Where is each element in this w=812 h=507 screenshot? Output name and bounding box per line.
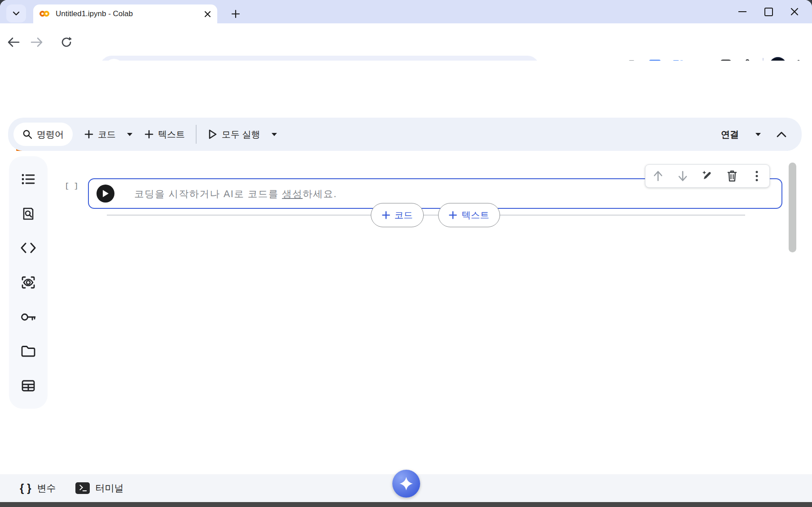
sidebar-item-table[interactable] [18, 375, 39, 396]
sidebar-item-secrets[interactable] [18, 307, 39, 327]
plus-icon [145, 130, 154, 139]
cell-toolbar [645, 164, 770, 188]
search-icon [22, 129, 32, 139]
delete-cell-button[interactable] [723, 167, 741, 185]
plus-icon [231, 9, 240, 18]
cell-menu-button[interactable] [748, 167, 766, 185]
add-text-cell-label: 텍스트 [461, 209, 489, 221]
bottom-bar: { } 변수 터미널 [0, 474, 812, 502]
doc-search-icon [22, 207, 35, 220]
left-sidebar [9, 156, 48, 409]
arrow-down-icon [678, 171, 688, 181]
code-icon [21, 242, 36, 253]
tab-close-button[interactable] [204, 11, 211, 18]
close-button[interactable] [781, 2, 808, 22]
arrow-up-icon [653, 171, 663, 181]
plus-icon [382, 211, 390, 219]
add-text-label: 텍스트 [158, 128, 185, 141]
window-controls [729, 0, 808, 23]
tab-strip: Untitled1.ipynb - Colab [0, 0, 812, 23]
terminal-icon [75, 482, 90, 494]
ai-edit-cell-button[interactable] [698, 167, 716, 185]
sidebar-item-scan-eye[interactable] [18, 272, 39, 293]
move-cell-down-button[interactable] [674, 167, 692, 185]
colab-toolbar: 명령어 코드 텍스트 모두 실행 연결 [8, 118, 802, 151]
taskbar-sliver [0, 502, 812, 507]
plus-icon [84, 130, 93, 139]
play-icon [102, 190, 109, 198]
browser-navbar: colab.research.google.com/drive/1mcttLU4… [0, 23, 812, 61]
run-all-label: 모두 실행 [222, 128, 260, 141]
new-tab-button[interactable] [227, 5, 244, 22]
colab-favicon [40, 10, 50, 18]
close-icon [790, 8, 799, 16]
add-code-cell-button[interactable]: 코드 [371, 203, 424, 227]
gemini-sparkle-icon [399, 476, 413, 491]
add-code-toolbar-button[interactable]: 코드 [84, 128, 133, 141]
browser-tab[interactable]: Untitled1.ipynb - Colab [33, 4, 217, 23]
reload-button[interactable] [57, 32, 76, 52]
sidebar-item-snippets[interactable] [18, 238, 39, 258]
run-cell-button[interactable] [97, 185, 114, 203]
notebook-area: [ ] 코딩을 시작하거나 AI로 코드를 생성하세요. [0, 151, 812, 487]
variables-button[interactable]: { } 변수 [20, 482, 56, 494]
caret-down-icon[interactable] [271, 132, 277, 137]
connect-label: 연결 [721, 128, 739, 141]
generate-link[interactable]: 생성 [282, 189, 303, 199]
move-cell-up-button[interactable] [649, 167, 667, 185]
sidebar-item-files[interactable] [18, 341, 39, 362]
variables-label: 변수 [37, 482, 56, 494]
command-palette-label: 명령어 [37, 128, 64, 141]
connect-button[interactable]: 연결 [721, 128, 761, 141]
forward-icon [31, 37, 43, 48]
forward-button[interactable] [27, 32, 47, 52]
toolbar-divider [196, 125, 197, 144]
run-all-button[interactable]: 모두 실행 [208, 128, 277, 141]
toc-list-icon [22, 173, 35, 185]
add-code-cell-label: 코드 [395, 209, 413, 221]
braces-icon: { } [20, 482, 31, 494]
key-icon [21, 312, 36, 322]
screen: Untitled1.ipynb - Colab [0, 0, 812, 507]
tab-search-button[interactable] [6, 4, 26, 22]
scrollbar-thumb[interactable] [789, 163, 796, 252]
add-text-toolbar-button[interactable]: 텍스트 [145, 128, 185, 141]
maximize-icon [764, 8, 773, 16]
caret-down-icon[interactable] [127, 132, 133, 137]
cell-placeholder[interactable]: 코딩을 시작하거나 AI로 코드를 생성하세요. [134, 187, 337, 200]
add-code-label: 코드 [98, 128, 116, 141]
browser-window: Untitled1.ipynb - Colab [0, 0, 812, 502]
add-cell-divider [107, 215, 745, 216]
kebab-icon [755, 171, 758, 181]
table-icon [22, 380, 35, 392]
add-text-cell-button[interactable]: 텍스트 [438, 203, 500, 227]
minimize-button[interactable] [729, 2, 755, 22]
colab-header: Untitled1.ipynb 파일 수정 보기 삽입 런타임 도구 도움말 [0, 61, 812, 118]
maximize-button[interactable] [755, 2, 781, 22]
back-button[interactable] [4, 32, 23, 52]
plus-icon [449, 211, 457, 219]
collapse-toolbar-button[interactable] [777, 132, 786, 137]
terminal-label: 터미널 [95, 482, 123, 494]
tab-title: Untitled1.ipynb - Colab [56, 9, 204, 18]
cell-execution-prompt: [ ] [65, 182, 79, 190]
minimize-icon [738, 11, 746, 13]
folder-icon [21, 345, 35, 357]
scan-eye-icon [21, 276, 35, 289]
gemini-button[interactable] [392, 470, 420, 498]
trash-icon [727, 170, 737, 182]
sidebar-item-find[interactable] [18, 203, 39, 224]
back-icon [7, 37, 20, 48]
command-palette-button[interactable]: 명령어 [13, 123, 73, 146]
sidebar-item-toc[interactable] [18, 169, 39, 190]
run-all-icon [208, 129, 217, 139]
reload-icon [61, 36, 72, 48]
sparkle-pencil-icon [702, 170, 713, 182]
chevron-down-icon [13, 11, 20, 16]
terminal-button[interactable]: 터미널 [75, 482, 123, 494]
caret-down-icon[interactable] [755, 132, 761, 137]
